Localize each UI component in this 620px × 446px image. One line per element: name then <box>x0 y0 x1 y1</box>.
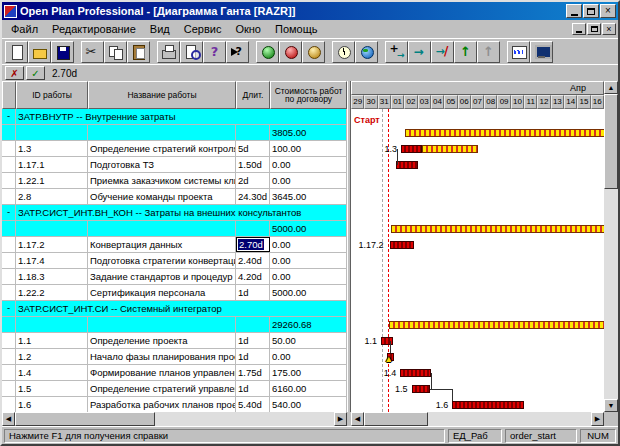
table-row[interactable]: 1.3Определение стратегий контроля и отч5… <box>2 141 347 157</box>
table-horizontal-scrollbar[interactable]: ◀ ▶ <box>2 412 347 426</box>
table-row[interactable]: 29260.68 <box>2 317 347 333</box>
menu-item-1[interactable]: Редактирование <box>45 22 143 36</box>
milestone-marker[interactable]: ▲ <box>384 355 393 364</box>
print-button[interactable] <box>157 41 180 63</box>
chart-button[interactable] <box>507 41 530 63</box>
ball-gold-button[interactable] <box>302 41 325 63</box>
maximize-button[interactable] <box>583 4 599 18</box>
table-row[interactable]: 1.22.1Приемка заказчиком системы клиент2… <box>2 173 347 189</box>
ball-green-button[interactable] <box>256 41 279 63</box>
confirm-edit-button[interactable]: ✓ <box>26 66 45 80</box>
up-gray-button[interactable] <box>477 41 500 63</box>
cell-cost: 29260.68 <box>270 317 347 332</box>
collapse-toggle[interactable]: - <box>2 301 16 316</box>
gantt-scroll-thumb[interactable] <box>364 412 428 426</box>
row-gutter <box>2 173 16 188</box>
menu-item-5[interactable]: Помощь <box>268 22 325 36</box>
link-add-button[interactable] <box>385 41 408 63</box>
cut-button[interactable] <box>81 41 104 63</box>
gantt-horizontal-scrollbar[interactable]: ◀ ▶ <box>351 412 604 426</box>
menu-item-2[interactable]: Вид <box>143 22 177 36</box>
vertical-scrollbar[interactable]: ▲ ▼ <box>604 81 618 412</box>
table-row[interactable]: -ЗАТР.СИСТ_ИНТ.СИ -- Системный интеграто… <box>2 301 347 317</box>
scroll-left-button[interactable]: ◀ <box>351 412 364 426</box>
mdi-minimize-button[interactable] <box>572 23 586 35</box>
minimize-button[interactable] <box>566 4 582 18</box>
task-bar[interactable] <box>401 145 422 153</box>
task-bar[interactable] <box>396 161 417 169</box>
table-header: ID работыНазвание работыДлит.Стоимость р… <box>2 81 347 109</box>
monitor-button[interactable] <box>530 41 553 63</box>
title-bar[interactable]: Open Plan Professional - [Диаграмма Гант… <box>2 2 618 20</box>
new-button[interactable] <box>5 41 28 63</box>
link-break-button[interactable] <box>431 41 454 63</box>
clock-button[interactable] <box>332 41 355 63</box>
vertical-scroll-thumb[interactable] <box>604 94 618 189</box>
menu-item-0[interactable]: Файл <box>4 22 45 36</box>
cancel-edit-button[interactable]: ✗ <box>5 66 24 80</box>
link-button[interactable] <box>408 41 431 63</box>
dependency-line <box>431 373 432 389</box>
scroll-right-button[interactable]: ▶ <box>591 412 604 426</box>
edit-value-field[interactable]: 2.70d <box>52 68 77 79</box>
paste-button[interactable] <box>127 41 150 63</box>
scroll-right-button[interactable]: ▶ <box>334 412 347 426</box>
table-row[interactable]: 1.6Разработка рабочих планов проекта5.40… <box>2 397 347 412</box>
task-bar[interactable] <box>381 337 393 345</box>
preview-button[interactable] <box>180 41 203 63</box>
cell-task-name: Обучение команды проекта <box>88 189 236 204</box>
open-button[interactable] <box>28 41 51 63</box>
gantt-scroll-track[interactable] <box>364 412 591 426</box>
table-scroll-track[interactable] <box>15 412 334 426</box>
summary-bar[interactable] <box>391 225 604 233</box>
table-row[interactable]: -ЗАТР.СИСТ_ИНТ.ВН_КОН -- Затраты на внеш… <box>2 205 347 221</box>
task-bar[interactable] <box>412 385 431 393</box>
save-button[interactable] <box>51 41 74 63</box>
table-row[interactable]: -ЗАТР.ВНУТР -- Внутренние затраты <box>2 109 347 125</box>
collapse-toggle[interactable]: - <box>2 109 16 124</box>
menu-item-4[interactable]: Окно <box>228 22 268 36</box>
table-row[interactable]: 1.4Формирование планов управления1.75d17… <box>2 365 347 381</box>
table-scroll-thumb[interactable] <box>15 412 155 426</box>
table-row[interactable]: 2.8Обучение команды проекта24.30d3645.00 <box>2 189 347 205</box>
scroll-left-button[interactable]: ◀ <box>2 412 15 426</box>
cell-task-id: 1.3 <box>16 141 88 156</box>
cell-cost: 6160.00 <box>270 381 347 396</box>
summary-bar[interactable] <box>405 129 604 137</box>
close-button[interactable]: × <box>600 4 616 18</box>
task-bar[interactable] <box>452 401 524 409</box>
up-green-button[interactable] <box>454 41 477 63</box>
cell-duration: 5.40d <box>236 397 270 412</box>
table-row[interactable]: 1.17.2Конвертация данных2.70d0.00 <box>2 237 347 253</box>
table-row[interactable]: 1.17.4Подготовка стратегии конвертации2.… <box>2 253 347 269</box>
collapse-toggle[interactable]: - <box>2 205 16 220</box>
help-pointer-button[interactable] <box>226 41 249 63</box>
summary-bar[interactable] <box>422 145 478 153</box>
cell-duration-editing[interactable]: 2.70d <box>236 237 270 252</box>
task-bar[interactable] <box>400 369 431 377</box>
table-body: -ЗАТР.ВНУТР -- Внутренние затраты3805.00… <box>2 109 347 412</box>
ball-red-icon <box>283 44 299 60</box>
vertical-scroll-track[interactable] <box>604 94 618 399</box>
table-row[interactable]: 1.17.1Подготовка ТЗ1.50d0.00 <box>2 157 347 173</box>
table-row[interactable]: 1.18.3Задание стандартов и процедур по д… <box>2 269 347 285</box>
cell-duration: 2d <box>236 173 270 188</box>
ball-gold-icon <box>306 44 322 60</box>
table-row[interactable]: 1.2Начало фазы планирования проекта1d0.0… <box>2 349 347 365</box>
table-row[interactable]: 3805.00 <box>2 125 347 141</box>
globe-button[interactable] <box>355 41 378 63</box>
mdi-close-button[interactable]: × <box>602 23 616 35</box>
table-row[interactable]: 1.5Определение стратегий управления и1d6… <box>2 381 347 397</box>
scroll-down-button[interactable]: ▼ <box>604 399 618 412</box>
menu-item-3[interactable]: Сервис <box>177 22 229 36</box>
scroll-up-button[interactable]: ▲ <box>604 81 618 94</box>
table-row[interactable]: 5000.00 <box>2 221 347 237</box>
task-bar[interactable] <box>390 241 414 249</box>
help-button[interactable] <box>203 41 226 63</box>
table-row[interactable]: 1.1Определение проекта1d50.00 <box>2 333 347 349</box>
ball-red-button[interactable] <box>279 41 302 63</box>
table-row[interactable]: 1.22.2Сертификация персонала1d5000.00 <box>2 285 347 301</box>
mdi-restore-button[interactable] <box>587 23 601 35</box>
copy-button[interactable] <box>104 41 127 63</box>
summary-bar[interactable] <box>389 321 604 329</box>
